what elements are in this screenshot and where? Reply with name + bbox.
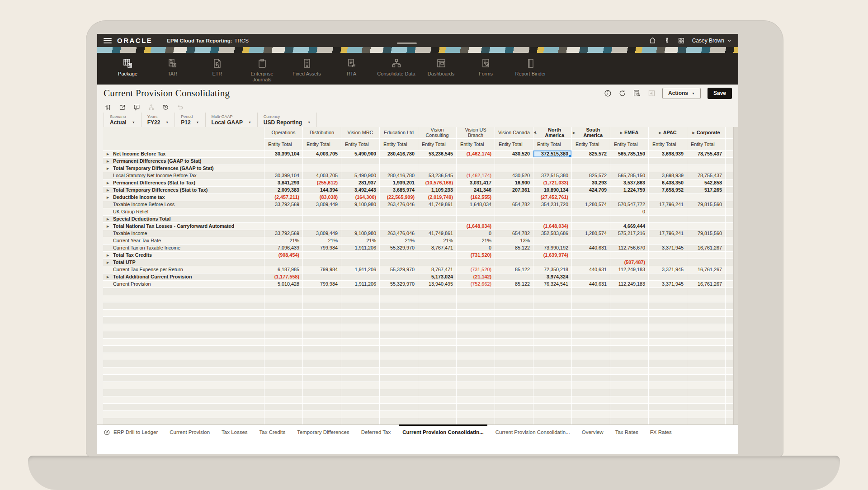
grid-cell[interactable] bbox=[610, 216, 649, 223]
history-icon[interactable] bbox=[162, 104, 169, 111]
grid-cell[interactable]: (2,019,749) bbox=[418, 194, 457, 201]
row-label-deductible-income-tax[interactable]: ▶Deductible Income tax bbox=[103, 194, 264, 201]
grid-cell[interactable] bbox=[495, 302, 533, 310]
grid-cell[interactable]: 16,761,267 bbox=[687, 245, 726, 252]
grid-cell[interactable]: (752,662) bbox=[457, 281, 495, 288]
grid-cell[interactable] bbox=[341, 368, 380, 375]
grid-cell[interactable] bbox=[457, 404, 495, 411]
tab-deferred-tax[interactable]: Deferred Tax bbox=[361, 425, 391, 439]
row-label-total-utp[interactable]: ▶Total UTP bbox=[103, 259, 264, 266]
grid-cell[interactable]: (83,038) bbox=[303, 194, 341, 201]
refresh-icon[interactable] bbox=[618, 90, 626, 97]
grid-cell[interactable] bbox=[610, 346, 649, 353]
grid-cell[interactable] bbox=[495, 273, 533, 281]
column-header-education-ltd[interactable]: Education Ltd bbox=[380, 127, 418, 139]
grid-cell[interactable] bbox=[687, 310, 726, 317]
grid-cell[interactable]: 55,329,970 bbox=[380, 266, 418, 273]
expand-icon[interactable]: ▶ bbox=[107, 165, 109, 172]
grid-cell[interactable]: 799,984 bbox=[303, 281, 341, 288]
grid-cell[interactable]: 825,572 bbox=[572, 172, 610, 179]
grid-cell[interactable] bbox=[341, 404, 380, 411]
grid-cell[interactable]: 280,416,780 bbox=[380, 172, 418, 179]
grid-cell[interactable] bbox=[495, 310, 533, 317]
grid-cell[interactable] bbox=[341, 310, 380, 317]
grid-cell[interactable]: 21% bbox=[303, 237, 341, 245]
nav-item-forms[interactable]: Forms bbox=[463, 53, 508, 85]
grid-cell[interactable]: 4,003,705 bbox=[303, 172, 341, 179]
grid-cell[interactable]: 825,572 bbox=[572, 151, 610, 158]
grid-cell[interactable] bbox=[341, 360, 380, 368]
grid-cell[interactable] bbox=[380, 339, 418, 346]
grid-cell[interactable]: 5,490,900 bbox=[341, 151, 380, 158]
grid-cell[interactable] bbox=[495, 389, 533, 396]
grid-cell[interactable] bbox=[264, 396, 303, 404]
grid-cell[interactable]: 79,815,560 bbox=[687, 201, 726, 208]
grid-cell[interactable] bbox=[495, 353, 533, 360]
grid-cell[interactable] bbox=[103, 317, 264, 324]
row-label-total-temporary-differences-stat-to-tax[interactable]: ▶Total Temporary Differences (Stat to Ta… bbox=[103, 187, 264, 194]
grid-cell[interactable] bbox=[495, 360, 533, 368]
grid-cell[interactable] bbox=[649, 273, 687, 281]
grid-cell[interactable] bbox=[533, 288, 572, 295]
grid-cell[interactable] bbox=[457, 208, 495, 216]
grid-cell[interactable] bbox=[533, 404, 572, 411]
grid-cell[interactable] bbox=[380, 331, 418, 339]
grid-cell[interactable]: 30,293 bbox=[572, 179, 610, 187]
grid-cell[interactable] bbox=[264, 382, 303, 389]
grid-cell[interactable]: 112,756,670 bbox=[610, 245, 649, 252]
grid-cell[interactable] bbox=[303, 310, 341, 317]
row-label-total-temporary-differences-gaap-to-stat[interactable]: ▶Total Temporary Differences (GAAP to St… bbox=[103, 165, 264, 172]
grid-cell[interactable]: 13,940,495 bbox=[418, 281, 457, 288]
grid-cell[interactable] bbox=[572, 158, 610, 165]
grid-cell[interactable]: 78,755,437 bbox=[687, 151, 726, 158]
grid-cell[interactable] bbox=[380, 346, 418, 353]
grid-cell[interactable]: 570,547,772 bbox=[610, 201, 649, 208]
grid-cell[interactable] bbox=[341, 288, 380, 295]
row-label-net-income-before-tax[interactable]: ▶Net Income Before Tax bbox=[103, 151, 264, 158]
grid-cell[interactable] bbox=[303, 346, 341, 353]
grid-cell[interactable]: 4,003,705 bbox=[303, 151, 341, 158]
grid-cell[interactable] bbox=[380, 368, 418, 375]
grid-cell[interactable] bbox=[572, 382, 610, 389]
grid-cell[interactable]: 424,709 bbox=[572, 187, 610, 194]
grid-cell[interactable]: 53,236,545 bbox=[418, 172, 457, 179]
grid-cell[interactable] bbox=[687, 317, 726, 324]
expand-icon[interactable]: ▶ bbox=[107, 223, 109, 230]
grid-cell[interactable] bbox=[264, 317, 303, 324]
grid-cell[interactable]: 440,631 bbox=[572, 245, 610, 252]
grid-cell[interactable] bbox=[264, 375, 303, 382]
grid-cell[interactable] bbox=[495, 375, 533, 382]
grid-cell[interactable] bbox=[303, 324, 341, 331]
row-label-current-tax-expense-per-return[interactable]: Current Tax Expense per Return bbox=[103, 266, 264, 273]
grid-cell[interactable]: 263,476,046 bbox=[380, 201, 418, 208]
column-header-north-america[interactable]: ▶North America bbox=[533, 127, 572, 139]
grid-cell[interactable] bbox=[303, 404, 341, 411]
grid-cell[interactable] bbox=[649, 194, 687, 201]
grid-cell[interactable] bbox=[572, 418, 610, 424]
tab-temporary-differences[interactable]: Temporary Differences bbox=[297, 425, 349, 439]
grid-cell[interactable] bbox=[649, 223, 687, 230]
grid-cell[interactable]: 0 bbox=[610, 208, 649, 216]
column-subheader[interactable]: Entity Total bbox=[341, 139, 380, 151]
grid-cell[interactable] bbox=[341, 223, 380, 230]
row-label-special-deductions-total[interactable]: ▶Special Deductions Total bbox=[103, 216, 264, 223]
column-header-operations[interactable]: Operations bbox=[264, 127, 303, 139]
grid-cell[interactable] bbox=[264, 346, 303, 353]
grid-cell[interactable] bbox=[457, 411, 495, 418]
grid-cell[interactable]: 3,809,449 bbox=[303, 230, 341, 237]
grid-cell[interactable] bbox=[649, 302, 687, 310]
grid-cell[interactable] bbox=[457, 389, 495, 396]
grid-cell[interactable] bbox=[572, 216, 610, 223]
grid-cell[interactable] bbox=[380, 208, 418, 216]
grid-cell[interactable] bbox=[303, 331, 341, 339]
grid-cell[interactable] bbox=[687, 382, 726, 389]
grid-cell[interactable] bbox=[687, 368, 726, 375]
grid-cell[interactable] bbox=[533, 208, 572, 216]
grid-cell[interactable] bbox=[103, 310, 264, 317]
grid-cell[interactable] bbox=[380, 418, 418, 424]
grid-cell[interactable] bbox=[495, 223, 533, 230]
grid-cell[interactable] bbox=[380, 404, 418, 411]
grid-cell[interactable]: 72,350,218 bbox=[533, 266, 572, 273]
grid-cell[interactable] bbox=[341, 273, 380, 281]
grid-cell[interactable] bbox=[418, 396, 457, 404]
